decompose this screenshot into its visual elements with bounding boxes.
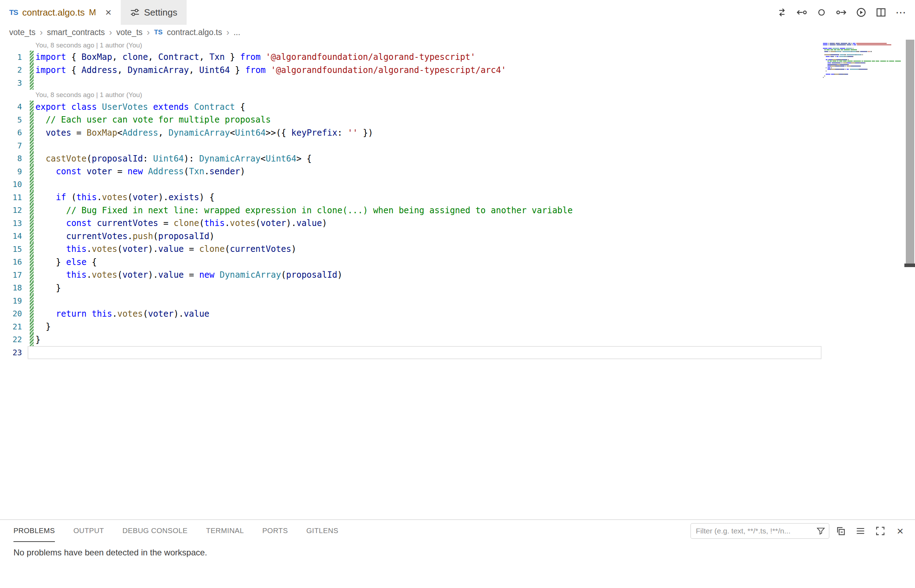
code-line[interactable]: 18 } — [0, 282, 915, 295]
line-number[interactable]: 18 — [0, 283, 22, 292]
minimap[interactable] — [823, 42, 904, 80]
panel-tab-problems[interactable]: PROBLEMS — [13, 520, 55, 542]
code-line[interactable]: 1import { BoxMap, clone, Contract, Txn }… — [0, 51, 915, 64]
code-text[interactable]: this.votes(voter).value = clone(currentV… — [36, 242, 296, 256]
panel-tab-ports[interactable]: PORTS — [262, 520, 288, 542]
line-number[interactable]: 20 — [0, 309, 22, 318]
line-number[interactable]: 7 — [0, 141, 22, 150]
line-number[interactable]: 6 — [0, 128, 22, 137]
panel-tab-debug-console[interactable]: DEBUG CONSOLE — [123, 520, 188, 542]
editor[interactable]: You, 8 seconds ago | 1 author (You)1impo… — [0, 40, 915, 519]
tab-contract-algo-ts[interactable]: TS contract.algo.ts M × — [0, 0, 121, 25]
code-line[interactable]: 2import { Address, DynamicArray, Uint64 … — [0, 64, 915, 77]
code-line[interactable]: 7 — [0, 139, 915, 152]
code-text[interactable]: export class UserVotes extends Contract … — [36, 100, 245, 114]
line-number[interactable]: 23 — [0, 348, 22, 357]
code-line[interactable]: 20 return this.votes(voter).value — [0, 307, 915, 321]
breadcrumb-item[interactable]: vote_ts — [116, 27, 142, 37]
code-text[interactable]: currentVotes.push(proposalId) — [36, 230, 215, 243]
code-text[interactable]: return this.votes(voter).value — [36, 307, 209, 321]
git-added-gutter-bar — [30, 139, 34, 152]
code-line[interactable]: 9 const voter = new Address(Txn.sender) — [0, 165, 915, 178]
line-number[interactable]: 16 — [0, 257, 22, 267]
git-added-gutter-bar — [30, 76, 34, 90]
line-number[interactable]: 1 — [0, 53, 22, 61]
panel-tab-gitlens[interactable]: GITLENS — [306, 520, 339, 542]
line-number[interactable]: 2 — [0, 66, 22, 74]
previous-change-button[interactable] — [793, 4, 810, 21]
line-number[interactable]: 8 — [0, 154, 22, 163]
view-mode-button[interactable] — [852, 522, 869, 540]
gitlens-codelens[interactable]: You, 8 seconds ago | 1 author (You) — [0, 40, 915, 51]
split-editor-button[interactable] — [873, 4, 889, 21]
code-text[interactable]: import { Address, DynamicArray, Uint64 }… — [36, 64, 506, 77]
code-line[interactable]: 21 } — [0, 320, 915, 333]
code-line[interactable]: 12 // Bug Fixed in next line: wrapped ex… — [0, 204, 915, 217]
breadcrumb-item-file[interactable]: contract.algo.ts — [167, 27, 222, 37]
code-text[interactable]: import { BoxMap, clone, Contract, Txn } … — [36, 51, 476, 64]
close-tab-icon[interactable]: × — [105, 7, 111, 18]
code-line[interactable]: 17 this.votes(voter).value = new Dynamic… — [0, 268, 915, 282]
line-number[interactable]: 21 — [0, 322, 22, 331]
code-text[interactable]: } — [36, 282, 61, 295]
close-panel-button[interactable]: × — [892, 522, 909, 540]
line-number[interactable]: 13 — [0, 219, 22, 228]
code-text[interactable]: const voter = new Address(Txn.sender) — [36, 165, 245, 178]
line-number[interactable]: 19 — [0, 296, 22, 305]
line-number[interactable]: 15 — [0, 245, 22, 254]
line-number[interactable]: 17 — [0, 271, 22, 279]
compare-changes-button[interactable] — [773, 4, 790, 21]
code-line[interactable]: 3 — [0, 76, 915, 90]
line-number[interactable]: 4 — [0, 102, 22, 111]
code-line[interactable]: 16 } else { — [0, 256, 915, 269]
code-line[interactable]: 19 — [0, 294, 915, 307]
code-text[interactable]: // Each user can vote for multiple propo… — [36, 113, 271, 126]
gitlens-codelens[interactable]: You, 8 seconds ago | 1 author (You) — [0, 90, 915, 100]
code-text[interactable]: castVote(proposalId: Uint64): DynamicArr… — [36, 152, 311, 165]
code-text[interactable]: } else { — [36, 256, 97, 269]
code-line[interactable]: 15 this.votes(voter).value = clone(curre… — [0, 242, 915, 256]
panel-tab-terminal[interactable]: TERMINAL — [206, 520, 244, 542]
code-line[interactable]: 10 — [0, 178, 915, 191]
code-line[interactable]: 11 if (this.votes(voter).exists) { — [0, 191, 915, 204]
run-or-debug-button[interactable] — [853, 4, 870, 21]
code-text[interactable]: this.votes(voter).value = new DynamicArr… — [36, 268, 342, 282]
code-text[interactable]: } — [36, 320, 51, 333]
code-line[interactable]: 23 — [0, 346, 915, 359]
breadcrumb-item-symbol[interactable]: ... — [233, 27, 240, 37]
line-number[interactable]: 10 — [0, 180, 22, 189]
line-number[interactable]: 14 — [0, 232, 22, 241]
editor-scrollbar[interactable] — [906, 40, 914, 263]
code-text[interactable]: // Bug Fixed in next line: wrapped expre… — [36, 204, 573, 217]
line-number[interactable]: 11 — [0, 193, 22, 202]
problems-filter-input[interactable] — [696, 527, 816, 535]
code-line[interactable]: 4export class UserVotes extends Contract… — [0, 100, 915, 114]
line-number[interactable]: 22 — [0, 335, 22, 344]
line-number[interactable]: 9 — [0, 167, 22, 176]
changes-overview-button[interactable] — [813, 4, 830, 21]
code-line[interactable]: 13 const currentVotes = clone(this.votes… — [0, 217, 915, 230]
code-line[interactable]: 6 votes = BoxMap<Address, DynamicArray<U… — [0, 126, 915, 140]
more-actions-button[interactable]: ⋯ — [892, 4, 909, 21]
line-number[interactable]: 5 — [0, 115, 22, 124]
line-number[interactable]: 12 — [0, 206, 22, 215]
maximize-panel-button[interactable] — [872, 522, 889, 540]
line-number[interactable]: 3 — [0, 79, 22, 87]
code-line[interactable]: 5 // Each user can vote for multiple pro… — [0, 113, 915, 126]
code-line[interactable]: 22} — [0, 333, 915, 346]
git-added-gutter-bar — [30, 307, 34, 321]
code-text[interactable]: votes = BoxMap<Address, DynamicArray<Uin… — [36, 126, 373, 140]
bottom-panel: PROBLEMS OUTPUT DEBUG CONSOLE TERMINAL P… — [0, 519, 915, 588]
git-added-gutter-bar — [30, 64, 34, 77]
code-text[interactable]: if (this.votes(voter).exists) { — [36, 191, 215, 204]
code-line[interactable]: 14 currentVotes.push(proposalId) — [0, 230, 915, 243]
next-change-button[interactable] — [833, 4, 850, 21]
breadcrumb-item[interactable]: vote_ts — [9, 27, 36, 37]
breadcrumb-item[interactable]: smart_contracts — [47, 27, 105, 37]
collapse-all-button[interactable] — [832, 522, 849, 540]
code-text[interactable]: } — [36, 333, 40, 346]
code-line[interactable]: 8 castVote(proposalId: Uint64): DynamicA… — [0, 152, 915, 165]
panel-tab-output[interactable]: OUTPUT — [73, 520, 104, 542]
tab-settings[interactable]: Settings — [121, 0, 187, 25]
code-text[interactable]: const currentVotes = clone(this.votes(vo… — [36, 217, 327, 230]
